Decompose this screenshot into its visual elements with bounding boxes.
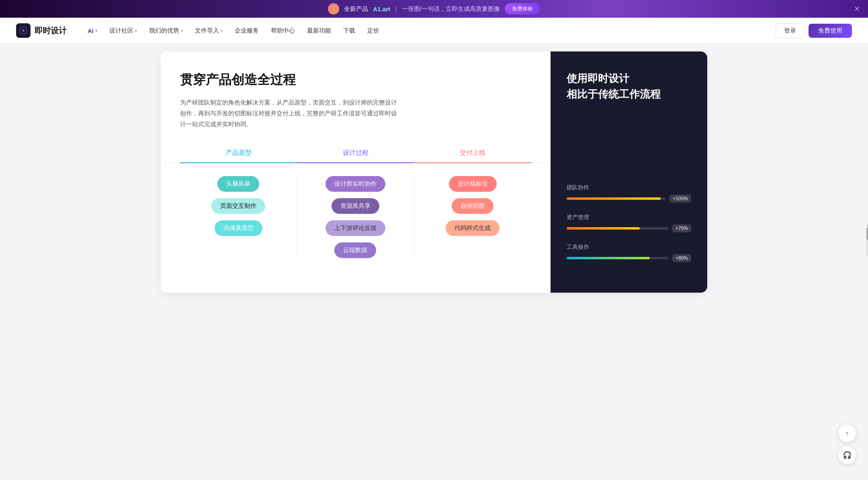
scrollbar-indicator[interactable] bbox=[866, 224, 868, 256]
nav-items: Ai ▾ 设计社区 ▾ 我们的优势 ▾ 文件导入 ▾ 企业服务 帮助中心 最新功… bbox=[83, 25, 776, 37]
stat-bar-row-3: +80% bbox=[567, 254, 691, 262]
navbar: 即时设计 Ai ▾ 设计社区 ▾ 我们的优势 ▾ 文件导入 ▾ 企业服务 帮助中… bbox=[0, 18, 868, 43]
banner-slogan: 一张图/一句话，立即生成高质量图像 bbox=[402, 5, 500, 13]
main-content: 贯穿产品创造全过程 为产研团队制定的角色化解决方案，从产品原型，页面交互，到设计… bbox=[145, 43, 723, 309]
nav-enterprise-label: 企业服务 bbox=[235, 27, 259, 35]
tab-design-process[interactable]: 设计过程 bbox=[297, 149, 414, 163]
tab-delivery[interactable]: 交付上线 bbox=[414, 149, 531, 163]
nav-pricing-label: 定价 bbox=[367, 27, 379, 35]
stat-team-collab: 团队协作 +100% bbox=[567, 184, 691, 203]
tag-brainstorm: 头脑风暴 bbox=[217, 176, 259, 192]
nav-item-enterprise[interactable]: 企业服务 bbox=[230, 25, 264, 37]
logo-area[interactable]: 即时设计 bbox=[16, 23, 67, 38]
nav-community-label: 设计社区 bbox=[109, 27, 133, 35]
tag-realtime-collab: 设计师实时协作 bbox=[326, 176, 385, 192]
nav-item-advantages[interactable]: 我们的优势 ▾ bbox=[144, 25, 188, 37]
stat-bar-bg-2 bbox=[567, 227, 668, 230]
stat-bar-fill-3 bbox=[567, 257, 650, 259]
tag-cloud-data: 云端数据 bbox=[334, 242, 376, 258]
stat-asset-mgmt: 资产管理 +70% bbox=[567, 214, 691, 232]
stat-label-tool: 工具操作 bbox=[567, 244, 691, 251]
tag-code-gen: 代码样式生成 bbox=[446, 220, 500, 236]
stat-bar-bg-1 bbox=[567, 197, 665, 200]
nav-download-label: 下载 bbox=[343, 27, 355, 35]
login-button[interactable]: 登录 bbox=[776, 23, 805, 38]
stat-bar-fill-1 bbox=[567, 197, 661, 200]
stat-badge-2: +70% bbox=[672, 224, 691, 232]
feature-col-2: 设计师实时协作 资源库共享 上下游评论反馈 云端数据 bbox=[297, 176, 414, 258]
nav-import-chevron: ▾ bbox=[221, 29, 223, 33]
nav-item-pricing[interactable]: 定价 bbox=[362, 25, 384, 37]
nav-item-ai[interactable]: Ai ▾ bbox=[83, 25, 102, 37]
banner-content: 🎨 全新产品 A1.art | 一张图/一句话，立即生成高质量图像 免费体验 bbox=[328, 3, 540, 14]
tag-asset-share: 资源库共享 bbox=[332, 198, 379, 214]
tabs: 产品原型 设计过程 交付上线 bbox=[161, 149, 551, 163]
nav-help-label: 帮助中心 bbox=[271, 27, 295, 35]
nav-advantages-label: 我们的优势 bbox=[149, 27, 179, 35]
stat-bar-fill-2 bbox=[567, 227, 640, 230]
banner-cta-button[interactable]: 免费体验 bbox=[505, 3, 540, 14]
banner-icon: 🎨 bbox=[328, 3, 339, 14]
nav-item-community[interactable]: 设计社区 ▾ bbox=[104, 25, 142, 37]
banner-brand: A1.art bbox=[373, 6, 390, 12]
nav-import-label: 文件导入 bbox=[195, 27, 219, 35]
stats-section: 团队协作 +100% 资产管理 +70% bbox=[567, 184, 691, 273]
right-panel: 使用即时设计相比于传统工作流程 团队协作 +100% 资产管理 bbox=[551, 51, 707, 293]
nav-item-help[interactable]: 帮助中心 bbox=[266, 25, 300, 37]
stat-bar-bg-3 bbox=[567, 257, 668, 259]
top-banner: 🎨 全新产品 A1.art | 一张图/一句话，立即生成高质量图像 免费体验 ✕ bbox=[0, 0, 868, 18]
feature-col-3: 设计稿标注 自动切图 代码样式生成 bbox=[414, 176, 531, 258]
tag-interaction: 页面交互制作 bbox=[211, 198, 265, 214]
feature-col-1: 头脑风暴 页面交互制作 高保真原型 bbox=[180, 176, 297, 258]
tag-auto-slice: 自动切图 bbox=[452, 198, 493, 214]
nav-advantages-chevron: ▾ bbox=[181, 29, 183, 33]
logo-icon bbox=[16, 23, 31, 38]
nav-new-label: 最新功能 bbox=[307, 27, 331, 35]
stat-bar-row-1: +100% bbox=[567, 195, 691, 203]
tag-feedback: 上下游评论反馈 bbox=[326, 220, 385, 236]
stat-badge-3: +80% bbox=[672, 254, 691, 262]
tag-prototype: 高保真原型 bbox=[215, 220, 262, 236]
right-title: 使用即时设计相比于传统工作流程 bbox=[567, 71, 691, 102]
stat-label-team: 团队协作 bbox=[567, 184, 691, 191]
left-panel: 贯穿产品创造全过程 为产研团队制定的角色化解决方案，从产品原型，页面交互，到设计… bbox=[161, 51, 551, 293]
svg-point-1 bbox=[22, 29, 25, 32]
nav-actions: 登录 免费使用 bbox=[776, 23, 852, 38]
stat-badge-1: +100% bbox=[669, 195, 691, 203]
banner-close-button[interactable]: ✕ bbox=[854, 4, 860, 13]
tab-product-prototype[interactable]: 产品原型 bbox=[180, 149, 297, 163]
content-grid: 贯穿产品创造全过程 为产研团队制定的角色化解决方案，从产品原型，页面交互，到设计… bbox=[161, 51, 707, 293]
stat-bar-row-2: +70% bbox=[567, 224, 691, 232]
nav-ai-label: Ai bbox=[88, 27, 94, 34]
free-use-button[interactable]: 免费使用 bbox=[809, 24, 852, 38]
nav-item-import[interactable]: 文件导入 ▾ bbox=[190, 25, 227, 37]
hero-title: 贯穿产品创造全过程 bbox=[180, 71, 531, 89]
nav-community-chevron: ▾ bbox=[135, 29, 137, 33]
hero-desc: 为产研团队制定的角色化解决方案，从产品原型，页面交互，到设计师的完整设计创作，再… bbox=[180, 97, 397, 129]
stat-tool-ops: 工具操作 +80% bbox=[567, 244, 691, 262]
nav-item-new[interactable]: 最新功能 bbox=[302, 25, 336, 37]
tag-annotation: 设计稿标注 bbox=[449, 176, 497, 192]
nav-item-download[interactable]: 下载 bbox=[338, 25, 360, 37]
features-grid: 头脑风暴 页面交互制作 高保真原型 设计师实时协作 资源库共享 上下游评论反馈 … bbox=[161, 163, 551, 271]
nav-ai-chevron: ▾ bbox=[95, 29, 97, 33]
banner-prefix: 全新产品 bbox=[344, 5, 368, 13]
logo-text: 即时设计 bbox=[35, 25, 67, 36]
scrollbar-thumb bbox=[866, 228, 868, 240]
stat-label-asset: 资产管理 bbox=[567, 214, 691, 221]
banner-divider: | bbox=[395, 5, 397, 13]
